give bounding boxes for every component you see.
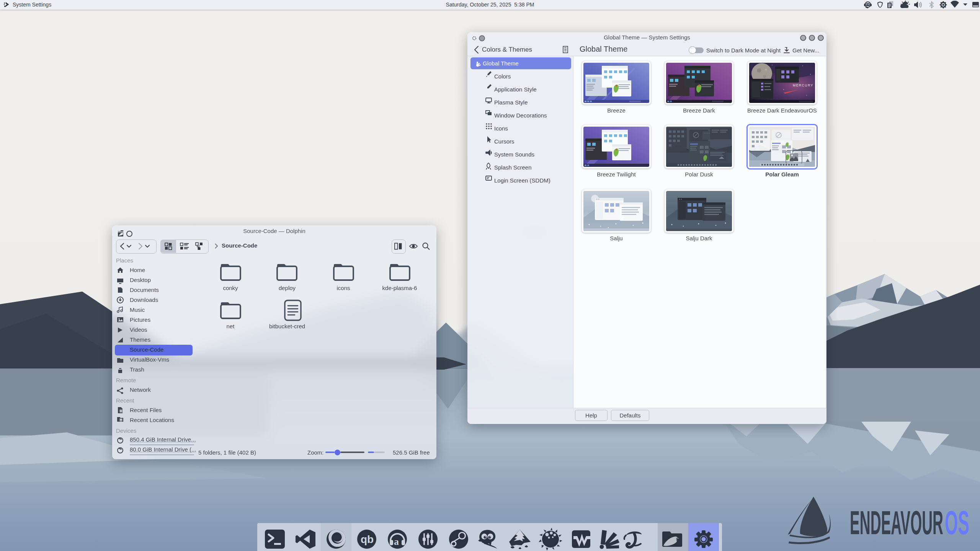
svg-text:OS: OS <box>945 504 969 541</box>
svg-text:qb: qb <box>361 533 374 545</box>
svg-text:ENDEAVOUR: ENDEAVOUR <box>850 504 943 541</box>
svg-text:MERCURY: MERCURY <box>793 83 813 87</box>
svg-text:a: a <box>394 536 399 547</box>
